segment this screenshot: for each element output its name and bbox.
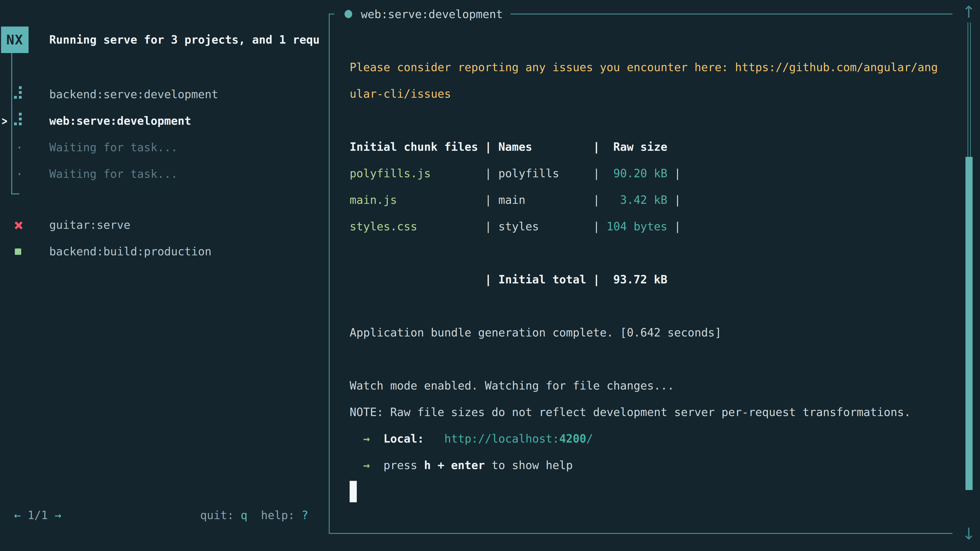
terminal-text: |: [667, 193, 681, 206]
terminal-cursor: [350, 481, 357, 502]
nx-logo: NX: [1, 27, 29, 53]
terminal-line: NOTE: Raw file sizes do not reflect deve…: [350, 399, 944, 426]
localhost-link[interactable]: 4200: [559, 432, 586, 445]
task-label: Waiting for task...: [49, 161, 178, 187]
terminal-line: [350, 107, 944, 134]
help-hint-label: help:: [248, 509, 302, 522]
terminal-line: Application bundle generation complete. …: [350, 319, 944, 346]
help-key: ?: [302, 509, 309, 522]
terminal-text: |: [478, 167, 498, 180]
terminal-text: |: [478, 220, 498, 233]
terminal-text: [350, 459, 363, 472]
terminal-line: Watch mode enabled. Watching for file ch…: [350, 372, 944, 399]
terminal-line: ular-cli/issues: [350, 81, 944, 107]
keyboard-hints: quit: q help: ?: [200, 509, 308, 522]
terminal-text: 104 bytes: [607, 220, 667, 233]
task-label: guitar:serve: [49, 212, 130, 238]
terminal-text: main.js: [350, 193, 478, 206]
quit-key: q: [241, 509, 248, 522]
task-row[interactable]: backend:serve:development: [0, 81, 329, 108]
terminal-text: h + enter: [424, 459, 485, 472]
terminal-text: NOTE: Raw file sizes do not reflect deve…: [350, 406, 911, 419]
task-row[interactable]: ·Waiting for task...: [0, 161, 329, 187]
terminal-text: →: [363, 432, 370, 445]
pager-next-icon[interactable]: →: [55, 509, 62, 522]
spinner-icon: [14, 112, 24, 130]
terminal-text: |: [667, 167, 681, 180]
terminal-text: styles: [498, 220, 586, 233]
selected-chevron-icon: >: [2, 108, 7, 134]
terminal-line: [350, 240, 944, 266]
success-square-icon: [15, 248, 21, 255]
app-title: Running serve for 3 projects, and 1 requ: [49, 27, 328, 53]
scrollbar-track[interactable]: [967, 22, 971, 157]
task-label: backend:build:production: [49, 238, 212, 265]
terminal-line: → press h + enter to show help: [350, 452, 944, 478]
terminal-line: → Local: http://localhost:4200/: [350, 426, 944, 452]
terminal-text: polyfills.js: [350, 167, 478, 180]
terminal-line: styles.css | styles | 104 bytes |: [350, 213, 944, 240]
output-panel: web:serve:development Please consider re…: [329, 14, 953, 534]
terminal-text: [370, 432, 383, 445]
terminal-text: press: [370, 459, 424, 472]
sidebar: NX Running serve for 3 projects, and 1 r…: [0, 0, 329, 551]
terminal-text: 90.20 kB: [607, 167, 667, 180]
task-label: backend:serve:development: [49, 81, 218, 108]
terminal-text: main: [498, 193, 586, 206]
terminal-text: to show help: [485, 459, 573, 472]
panel-title: web:serve:development: [334, 7, 511, 21]
spinner-icon: [14, 86, 24, 103]
terminal-text: [424, 432, 444, 445]
scrollbar-thumb[interactable]: [966, 157, 973, 490]
pager-count-label: 1/1: [27, 509, 48, 522]
waiting-bullet-icon: ·: [14, 134, 24, 161]
localhost-link[interactable]: /: [586, 432, 593, 445]
terminal-text: [350, 432, 363, 445]
pager-count: [21, 509, 28, 522]
terminal-text: Watch mode enabled. Watching for file ch…: [350, 379, 674, 392]
terminal-text: Application bundle generation complete. …: [350, 326, 721, 339]
terminal-line: polyfills.js | polyfills | 90.20 kB |: [350, 160, 944, 187]
task-tree-corner: [11, 193, 19, 194]
terminal-text: |: [478, 193, 498, 206]
scroll-up-icon[interactable]: ↑: [959, 0, 979, 24]
terminal-text: ular-cli/issues: [350, 87, 451, 100]
terminal-line: | Initial total | 93.72 kB: [350, 266, 944, 293]
error-x-icon: [14, 221, 23, 230]
pager-spacer: [48, 509, 55, 522]
task-list: backend:serve:development>web:serve:deve…: [0, 81, 329, 187]
sidebar-status-bar: ← 1/1 → quit: q help: ?: [0, 502, 329, 528]
terminal-text: Local:: [383, 432, 424, 445]
other-task-list: guitar:servebackend:build:production: [0, 212, 329, 265]
pager: ← 1/1 →: [14, 509, 61, 522]
terminal-text: polyfills: [498, 167, 586, 180]
scroll-down-icon[interactable]: ↓: [959, 522, 979, 545]
terminal-line: Please consider reporting any issues you…: [350, 54, 944, 81]
localhost-link[interactable]: http://localhost:: [444, 432, 559, 445]
waiting-bullet-icon: ·: [14, 161, 24, 187]
terminal-line: [350, 478, 944, 505]
task-label: web:serve:development: [49, 108, 191, 134]
terminal-line: main.js | main | 3.42 kB |: [350, 187, 944, 213]
terminal-line: [350, 293, 944, 319]
terminal-output: Please consider reporting any issues you…: [350, 54, 944, 505]
terminal-text: 3.42 kB: [607, 193, 667, 206]
terminal-text: →: [363, 459, 370, 472]
task-row[interactable]: backend:build:production: [0, 238, 329, 265]
terminal-text: Initial chunk files | Names | Raw size: [350, 140, 667, 153]
terminal-text: |: [667, 220, 681, 233]
task-row[interactable]: >web:serve:development: [0, 108, 329, 134]
panel-title-text: web:serve:development: [361, 8, 503, 21]
terminal-text: |: [586, 167, 606, 180]
terminal-text: styles.css: [350, 220, 478, 233]
task-row[interactable]: guitar:serve: [0, 212, 329, 238]
pager-prev-icon[interactable]: ←: [14, 509, 21, 522]
terminal-line: [350, 346, 944, 372]
quit-hint-label: quit:: [200, 509, 241, 522]
terminal-text: | Initial total | 93.72 kB: [350, 273, 667, 286]
task-row[interactable]: ·Waiting for task...: [0, 134, 329, 161]
task-label: Waiting for task...: [49, 134, 178, 161]
terminal-text: Please consider reporting any issues you…: [350, 61, 938, 74]
running-dot-icon: [345, 10, 352, 18]
terminal-text: |: [586, 193, 606, 206]
